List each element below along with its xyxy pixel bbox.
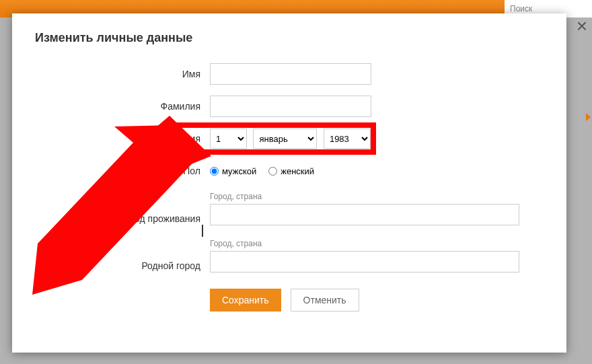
label-hometown: Родной город — [35, 260, 210, 277]
name-input[interactable] — [210, 63, 371, 85]
gender-female[interactable]: женский — [268, 166, 314, 176]
row-name: Имя — [35, 63, 544, 85]
label-surname: Фамилия — [35, 101, 210, 112]
dob-year-select[interactable]: 1983 — [324, 129, 371, 149]
row-dob: Дата рождения 1 январь 1983 — [35, 127, 544, 150]
gender-radio-group: мужской женский — [210, 166, 544, 176]
chevron-right-icon — [586, 113, 591, 121]
hometown-input[interactable] — [210, 251, 519, 272]
dob-day-select[interactable]: 1 — [210, 129, 247, 149]
text-cursor — [202, 225, 203, 237]
row-surname: Фамилия — [35, 95, 544, 118]
surname-input[interactable] — [210, 96, 371, 117]
save-button[interactable]: Сохранить — [210, 289, 281, 312]
label-dob: Дата рождения — [35, 133, 210, 144]
gender-female-radio[interactable] — [268, 167, 277, 176]
row-gender: Пол мужской женский — [35, 159, 544, 182]
label-gender: Пол — [35, 166, 210, 176]
label-residence: Город проживания — [35, 213, 210, 229]
search-placeholder: Поиск — [510, 4, 532, 13]
edit-personal-data-modal: Изменить личные данные Имя Фамилия Дата … — [12, 13, 566, 353]
close-icon[interactable]: × — [573, 19, 591, 36]
row-hometown: Родной город Город, страна — [35, 239, 544, 277]
hometown-caption: Город, страна — [210, 239, 544, 248]
row-residence: Город проживания Город, страна — [35, 192, 544, 229]
modal-title: Изменить личные данные — [35, 31, 544, 45]
dob-month-select[interactable]: январь — [253, 129, 317, 149]
residence-caption: Город, страна — [210, 192, 544, 201]
cancel-button[interactable]: Отменить — [291, 289, 359, 312]
button-row: Сохранить Отменить — [210, 289, 544, 312]
gender-male-label: мужской — [222, 166, 256, 176]
gender-male-radio[interactable] — [210, 167, 219, 176]
residence-input[interactable] — [210, 204, 519, 225]
gender-male[interactable]: мужской — [210, 166, 256, 176]
label-name: Имя — [35, 69, 210, 79]
gender-female-label: женский — [281, 166, 314, 176]
